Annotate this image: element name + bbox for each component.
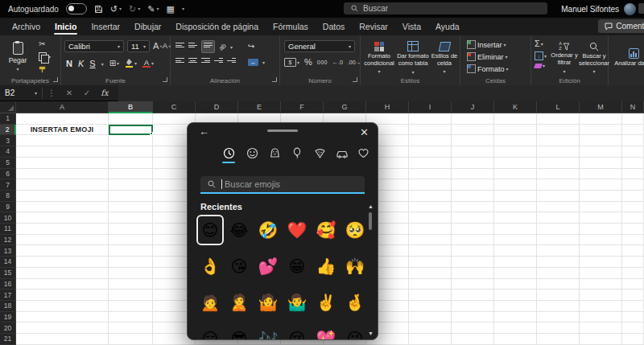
fill-button[interactable]: ↓▾ — [535, 51, 547, 60]
cell-L6[interactable] — [537, 169, 580, 180]
cell-L20[interactable] — [537, 322, 580, 334]
align-left-button[interactable] — [175, 58, 184, 66]
cell-N18[interactable] — [622, 301, 644, 312]
cell-J14[interactable] — [452, 257, 494, 268]
cell-I1[interactable] — [409, 113, 452, 125]
cell-I19[interactable] — [409, 312, 452, 323]
shrink-font-button[interactable]: A˅ — [163, 43, 171, 50]
cell-J20[interactable] — [452, 322, 494, 334]
row-header-20[interactable]: 20 — [0, 322, 16, 334]
cell-L12[interactable] — [537, 235, 580, 246]
emoji-8[interactable]: 💕 — [254, 251, 282, 281]
cell-B2[interactable] — [109, 125, 153, 136]
comma-style-button[interactable]: 000 — [317, 60, 328, 65]
cell-N10[interactable] — [622, 212, 644, 224]
cell-N21[interactable] — [622, 334, 644, 345]
emoji-21[interactable]: 😢 — [283, 323, 311, 340]
emoji-22[interactable]: 💖 — [312, 323, 340, 340]
decrease-decimal-button[interactable]: .00→ — [348, 60, 361, 65]
cell-M5[interactable] — [580, 158, 622, 169]
cell-L7[interactable] — [537, 179, 580, 191]
emoji-1[interactable]: 😂 — [225, 215, 253, 245]
cell-L19[interactable] — [537, 312, 580, 323]
cell-A12[interactable] — [16, 235, 109, 246]
cell-M16[interactable] — [580, 279, 622, 290]
cell-K4[interactable] — [494, 146, 537, 158]
titlebar-partial-icon[interactable] — [638, 3, 644, 14]
cell-A19[interactable] — [16, 312, 109, 323]
cell-K8[interactable] — [494, 191, 537, 202]
cell-M13[interactable] — [580, 245, 622, 257]
emoji-6[interactable]: 👌 — [196, 251, 224, 281]
cell-J2[interactable] — [452, 125, 494, 136]
scroll-down-icon[interactable]: ▼ — [367, 331, 374, 336]
format-cells-button[interactable]: Formato▾ — [467, 64, 509, 73]
cell-M12[interactable] — [580, 235, 622, 246]
cell-M4[interactable] — [580, 146, 622, 158]
merge-caret-icon[interactable]: ▾ — [262, 60, 265, 65]
cell-N7[interactable] — [622, 179, 644, 191]
cell-K21[interactable] — [494, 334, 537, 345]
column-header-G[interactable]: G — [324, 101, 366, 113]
cell-K16[interactable] — [494, 279, 537, 290]
pen-mode-button[interactable]: ✎▾ — [147, 5, 159, 14]
cell-B13[interactable] — [109, 245, 153, 257]
cell-K6[interactable] — [494, 169, 537, 180]
cell-M19[interactable] — [580, 312, 622, 323]
tab-ayuda[interactable]: Ayuda — [428, 18, 467, 35]
cell-K11[interactable] — [494, 224, 537, 235]
cell-M18[interactable] — [580, 301, 622, 312]
cell-L3[interactable] — [537, 135, 580, 146]
cell-B17[interactable] — [109, 290, 153, 301]
panel-drag-handle[interactable] — [267, 129, 298, 132]
cell-J5[interactable] — [452, 158, 494, 169]
cell-B1[interactable] — [109, 113, 153, 125]
cell-A8[interactable] — [16, 191, 109, 202]
emoji-3[interactable]: ❤️ — [283, 215, 311, 245]
cell-L4[interactable] — [537, 146, 580, 158]
cell-A9[interactable] — [16, 202, 109, 213]
cell-A6[interactable] — [16, 169, 109, 180]
cell-A16[interactable] — [16, 279, 109, 290]
cell-M11[interactable] — [580, 224, 622, 235]
align-bottom-button[interactable] — [201, 40, 215, 53]
quick-access-grid-button[interactable]: ▦ — [167, 5, 175, 14]
cell-K3[interactable] — [494, 135, 537, 146]
cell-J4[interactable] — [452, 146, 494, 158]
column-header-F[interactable]: F — [281, 101, 324, 113]
row-header-12[interactable]: 12 — [0, 235, 16, 246]
cell-M7[interactable] — [580, 179, 622, 191]
quick-access-caret-icon[interactable]: ▾ — [182, 6, 184, 11]
undo-caret-icon[interactable]: ▾ — [119, 6, 122, 11]
font-dialog-launcher[interactable] — [163, 77, 167, 82]
bold-button[interactable]: N — [66, 59, 72, 68]
number-format-combo[interactable]: General▾ — [284, 40, 355, 52]
increase-indent-button[interactable] — [227, 58, 236, 66]
redo-button[interactable]: ↻▾ — [129, 5, 140, 14]
cell-M14[interactable] — [580, 257, 622, 268]
cell-A2[interactable]: INSERTAR EMOJI — [16, 125, 109, 136]
align-top-button[interactable] — [175, 43, 184, 51]
column-header-I[interactable]: I — [409, 101, 452, 113]
pen-caret-icon[interactable]: ▾ — [157, 6, 159, 11]
tab-formulas[interactable]: Fórmulas — [266, 18, 316, 35]
emoji-12[interactable]: 🙍 — [196, 287, 224, 318]
cell-I14[interactable] — [409, 257, 452, 268]
panel-close-icon[interactable]: ✕ — [360, 127, 369, 138]
cell-J12[interactable] — [452, 235, 494, 246]
emoji-20[interactable]: 🎶 — [254, 323, 282, 340]
column-header-B[interactable]: B — [109, 101, 153, 113]
row-header-11[interactable]: 11 — [0, 224, 16, 235]
emoji-16[interactable]: ✌️ — [312, 287, 340, 318]
avatar[interactable] — [624, 3, 636, 15]
search-box[interactable]: Buscar — [344, 2, 547, 14]
column-header-J[interactable]: J — [452, 101, 494, 113]
underline-caret-icon[interactable]: ▾ — [101, 61, 104, 67]
tab-datos[interactable]: Datos — [316, 18, 352, 35]
autosave-toggle[interactable] — [66, 3, 87, 14]
cell-J9[interactable] — [452, 202, 494, 213]
cell-K19[interactable] — [494, 312, 537, 323]
analyze-data-button[interactable]: Analizar datos — [612, 39, 644, 76]
cell-B16[interactable] — [109, 279, 153, 290]
cell-N12[interactable] — [622, 235, 644, 246]
